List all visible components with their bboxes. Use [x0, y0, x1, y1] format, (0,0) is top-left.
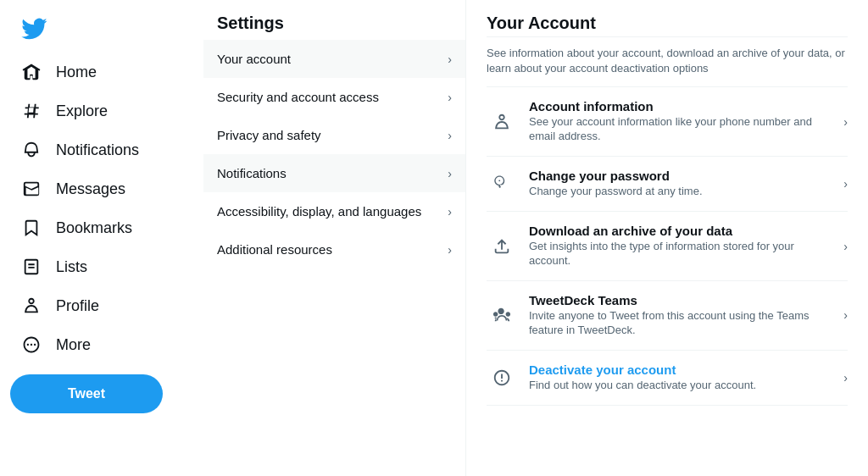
deactivate-desc: Find out how you can deactivate your acc… — [529, 379, 832, 393]
settings-item-notifications[interactable]: Notifications › — [203, 154, 465, 192]
chevron-right-icon-deactivate: › — [843, 371, 848, 385]
account-info-title: Account information — [529, 99, 832, 113]
chevron-right-icon-tweetdeck-teams: › — [843, 308, 848, 322]
mail-icon — [20, 178, 42, 200]
chevron-right-icon-4: › — [448, 205, 452, 219]
key-icon — [487, 169, 517, 199]
settings-item-security[interactable]: Security and account access › — [203, 78, 465, 116]
download-icon — [487, 231, 517, 262]
deactivate-title: Deactivate your account — [529, 363, 832, 377]
settings-panel: Settings Your account › Security and acc… — [203, 0, 466, 476]
sidebar: Home Explore Notifications Messages Book… — [0, 0, 203, 476]
chevron-right-icon-account-info: › — [843, 115, 848, 129]
settings-item-label-privacy: Privacy and safety — [217, 128, 321, 142]
chevron-right-icon-2: › — [448, 129, 452, 142]
content-title: Your Account — [487, 0, 848, 37]
tweetdeck-teams-desc: Invite anyone to Tweet from this account… — [529, 309, 832, 338]
twitter-logo[interactable] — [10, 7, 193, 49]
settings-item-label-your-account: Your account — [217, 52, 291, 66]
deactivate-title-highlight: Deactivate your account — [529, 363, 676, 377]
explore-icon — [20, 100, 42, 122]
sidebar-item-home[interactable]: Home — [10, 53, 193, 91]
chevron-right-icon-download-archive: › — [843, 240, 848, 253]
sidebar-item-label-profile: Profile — [56, 297, 99, 315]
settings-item-label-accessibility: Accessibility, display, and languages — [217, 204, 421, 219]
chevron-right-icon-change-password: › — [843, 177, 848, 191]
tweet-button[interactable]: Tweet — [10, 374, 163, 413]
group-icon — [487, 300, 517, 330]
home-icon — [20, 61, 42, 83]
content-panel: Your Account See information about your … — [466, 0, 868, 476]
download-archive-desc: Get insights into the type of informatio… — [529, 240, 832, 268]
content-description: See information about your account, down… — [487, 37, 848, 87]
warning-icon — [487, 363, 517, 393]
account-option-change-password[interactable]: Change your password Change your passwor… — [487, 157, 848, 212]
settings-item-accessibility[interactable]: Accessibility, display, and languages › — [203, 192, 465, 230]
sidebar-item-label-home: Home — [56, 64, 97, 81]
chevron-right-icon-1: › — [448, 91, 452, 104]
list-icon — [20, 256, 42, 278]
change-password-text: Change your password Change your passwor… — [529, 169, 832, 199]
chevron-right-icon-5: › — [448, 243, 452, 257]
settings-item-your-account[interactable]: Your account › — [203, 40, 465, 78]
sidebar-item-profile[interactable]: Profile — [10, 286, 193, 325]
more-icon — [20, 334, 42, 356]
change-password-desc: Change your password at any time. — [529, 185, 832, 199]
account-info-text: Account information See your account inf… — [529, 99, 832, 144]
account-option-tweetdeck-teams[interactable]: TweetDeck Teams Invite anyone to Tweet f… — [487, 281, 848, 351]
sidebar-item-label-explore: Explore — [56, 102, 108, 120]
bell-icon — [20, 139, 42, 161]
deactivate-text: Deactivate your account Find out how you… — [529, 363, 832, 393]
download-archive-title: Download an archive of your data — [529, 224, 832, 238]
sidebar-item-lists[interactable]: Lists — [10, 247, 193, 286]
chevron-right-icon-0: › — [448, 53, 452, 66]
settings-item-label-notifications: Notifications — [217, 166, 287, 180]
sidebar-item-label-more: More — [56, 336, 91, 354]
change-password-title: Change your password — [529, 169, 832, 183]
bookmark-icon — [20, 217, 42, 239]
account-option-download-archive[interactable]: Download an archive of your data Get ins… — [487, 212, 848, 281]
sidebar-item-label-messages: Messages — [56, 180, 125, 198]
account-info-desc: See your account information like your p… — [529, 115, 832, 144]
settings-item-privacy[interactable]: Privacy and safety › — [203, 116, 465, 154]
sidebar-item-label-lists: Lists — [56, 258, 87, 276]
settings-item-additional[interactable]: Additional resources › — [203, 230, 465, 268]
sidebar-item-bookmarks[interactable]: Bookmarks — [10, 208, 193, 247]
sidebar-item-explore[interactable]: Explore — [10, 91, 193, 130]
settings-title: Settings — [203, 0, 465, 40]
sidebar-item-label-notifications: Notifications — [56, 141, 139, 159]
download-archive-text: Download an archive of your data Get ins… — [529, 224, 832, 268]
sidebar-item-label-bookmarks: Bookmarks — [56, 219, 132, 237]
person-icon — [20, 295, 42, 317]
tweetdeck-teams-title: TweetDeck Teams — [529, 293, 832, 307]
sidebar-item-notifications[interactable]: Notifications — [10, 130, 193, 169]
account-option-account-info[interactable]: Account information See your account inf… — [487, 87, 848, 157]
tweetdeck-teams-text: TweetDeck Teams Invite anyone to Tweet f… — [529, 293, 832, 338]
person-outline-icon — [487, 107, 517, 137]
settings-item-label-security: Security and account access — [217, 90, 379, 104]
sidebar-item-messages[interactable]: Messages — [10, 169, 193, 208]
account-option-deactivate[interactable]: Deactivate your account Find out how you… — [487, 351, 848, 406]
settings-item-label-additional: Additional resources — [217, 242, 332, 257]
chevron-right-icon-3: › — [448, 167, 452, 180]
sidebar-item-more[interactable]: More — [10, 325, 193, 364]
